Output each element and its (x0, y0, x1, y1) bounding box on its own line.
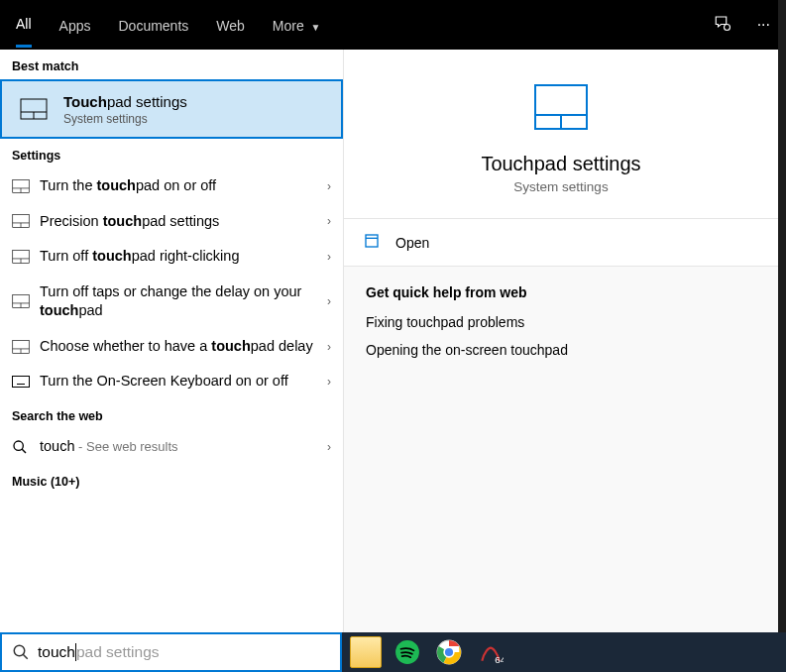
result-text: Choose whether to have a touchpad delay (40, 337, 327, 357)
app-icon[interactable]: 64 (475, 636, 506, 668)
settings-result[interactable]: Turn off touchpad right-clicking› (0, 239, 343, 275)
best-match-title: Touchpad settings (63, 93, 187, 110)
result-text: Turn off touchpad right-clicking (40, 247, 327, 267)
tab-apps[interactable]: Apps (59, 4, 91, 47)
tab-web[interactable]: Web (216, 4, 245, 47)
search-scope-tabs: All Apps Documents Web More ▼ (16, 0, 320, 50)
results-list: Best match Touchpad settings System sett… (0, 50, 344, 634)
more-options-icon[interactable]: ··· (757, 16, 770, 34)
result-text: Turn the touchpad on or off (40, 176, 327, 196)
settings-result[interactable]: Turn off taps or change the delay on you… (0, 275, 343, 329)
spotify-icon[interactable] (392, 636, 423, 668)
svg-rect-31 (366, 235, 378, 247)
best-match-result[interactable]: Touchpad settings System settings (0, 79, 343, 139)
chevron-right-icon: › (327, 250, 331, 264)
preview-title: Touchpad settings (344, 153, 778, 175)
search-input-value: touch (38, 643, 75, 661)
settings-label: Settings (0, 139, 343, 168)
svg-text:64: 64 (495, 654, 504, 665)
help-link[interactable]: Fixing touchpad problems (366, 314, 756, 330)
windows-search-popup: All Apps Documents Web More ▼ ··· Best m… (0, 0, 778, 634)
chevron-right-icon: › (327, 214, 331, 228)
search-icon (12, 439, 40, 455)
preview-pane: Touchpad settings System settings Open G… (344, 50, 778, 634)
feedback-icon[interactable] (714, 14, 731, 36)
tab-all[interactable]: All (16, 2, 32, 48)
music-label: Music (10+) (0, 465, 343, 495)
keyboard-icon (12, 376, 40, 388)
background-window-edge (778, 0, 786, 634)
best-match-subtitle: System settings (63, 112, 187, 126)
touchpad-icon (12, 340, 40, 354)
result-text: Turn off taps or change the delay on you… (40, 282, 327, 321)
svg-point-26 (14, 441, 23, 450)
settings-result[interactable]: Precision touchpad settings› (0, 204, 343, 240)
help-link[interactable]: Opening the on-screen touchpad (366, 342, 756, 358)
tab-documents[interactable]: Documents (118, 4, 188, 47)
settings-result[interactable]: Turn the touchpad on or off› (0, 168, 343, 204)
svg-point-32 (14, 645, 25, 656)
touchpad-icon (16, 91, 52, 127)
search-icon (12, 643, 30, 661)
search-box[interactable]: touchpad settings (0, 632, 342, 672)
chevron-right-icon: › (327, 179, 331, 193)
result-text: Turn the On-Screen Keyboard on or off (40, 372, 327, 392)
chevron-right-icon: › (327, 375, 331, 389)
open-icon (364, 233, 380, 252)
web-result[interactable]: touch - See web results › (0, 429, 343, 465)
chevron-right-icon: › (327, 440, 331, 454)
search-ghost-text: pad settings (76, 643, 160, 661)
result-text: Precision touchpad settings (40, 212, 327, 232)
open-action[interactable]: Open (344, 219, 778, 267)
tab-more[interactable]: More ▼ (273, 4, 321, 47)
svg-line-33 (23, 654, 28, 659)
preview-subtitle: System settings (344, 179, 778, 194)
best-match-label: Best match (0, 50, 343, 79)
file-explorer-icon[interactable] (350, 636, 382, 668)
quick-help-label: Get quick help from web (366, 284, 756, 300)
chevron-right-icon: › (327, 340, 331, 354)
touchpad-icon (533, 83, 589, 131)
chrome-icon[interactable] (433, 636, 465, 668)
search-header: All Apps Documents Web More ▼ ··· (0, 0, 778, 50)
touchpad-icon (12, 250, 40, 264)
chevron-down-icon: ▼ (308, 22, 321, 33)
chevron-right-icon: › (327, 294, 331, 308)
search-web-label: Search the web (0, 399, 343, 429)
touchpad-icon (12, 294, 40, 308)
svg-line-27 (22, 449, 26, 453)
settings-result[interactable]: Choose whether to have a touchpad delay› (0, 329, 343, 365)
svg-rect-19 (13, 377, 30, 388)
settings-result[interactable]: Turn the On-Screen Keyboard on or off› (0, 364, 343, 399)
svg-point-0 (724, 25, 730, 31)
touchpad-icon (12, 179, 40, 193)
svg-point-37 (444, 647, 454, 657)
taskbar: 64 (342, 632, 786, 672)
touchpad-icon (12, 214, 40, 228)
